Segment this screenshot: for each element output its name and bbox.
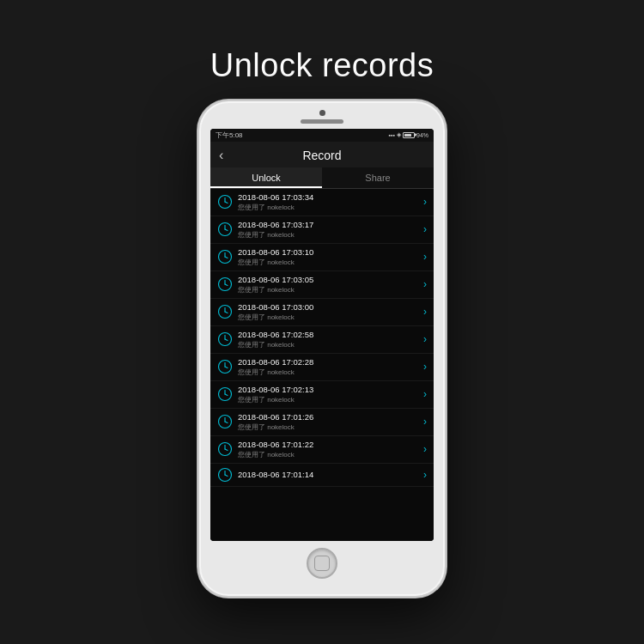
chevron-right-icon: › (423, 416, 427, 428)
clock-icon (217, 276, 233, 292)
status-icons: ▪▪▪ ◈ 94% (389, 131, 428, 138)
signal-icon: ▪▪▪ (389, 132, 395, 138)
svg-line-8 (225, 257, 228, 258)
tab-unlock[interactable]: Unlock (210, 167, 322, 188)
record-item-10[interactable]: 2018-08-06 17:01:14› (210, 464, 434, 487)
record-info: 2018-08-06 17:03:00您使用了 nokelock (238, 302, 420, 322)
clock-icon (217, 304, 233, 319)
record-time: 2018-08-06 17:02:13 (238, 385, 420, 394)
record-desc: 您使用了 nokelock (238, 285, 420, 295)
svg-line-32 (225, 475, 228, 477)
front-camera (319, 110, 325, 116)
svg-line-17 (225, 339, 228, 341)
record-item-3[interactable]: 2018-08-06 17:03:05您使用了 nokelock› (210, 271, 434, 299)
record-info: 2018-08-06 17:01:26您使用了 nokelock (238, 412, 420, 432)
record-item-7[interactable]: 2018-08-06 17:02:13您使用了 nokelock› (210, 381, 434, 409)
home-button[interactable] (307, 548, 337, 579)
record-info: 2018-08-06 17:03:34您使用了 nokelock (238, 192, 420, 212)
record-info: 2018-08-06 17:03:10您使用了 nokelock (238, 247, 420, 267)
record-desc: 您使用了 nokelock (238, 313, 420, 322)
svg-line-2 (225, 202, 228, 204)
record-item-1[interactable]: 2018-08-06 17:03:17您使用了 nokelock› (210, 216, 434, 244)
record-desc: 您使用了 nokelock (238, 203, 420, 212)
svg-line-29 (225, 449, 228, 451)
svg-line-23 (225, 394, 228, 396)
chevron-right-icon: › (423, 278, 427, 290)
record-desc: 您使用了 nokelock (238, 368, 420, 377)
wifi-icon: ◈ (397, 131, 401, 138)
chevron-right-icon: › (423, 469, 427, 481)
clock-icon (217, 222, 233, 237)
record-desc: 您使用了 nokelock (238, 422, 420, 432)
record-time: 2018-08-06 17:02:58 (238, 330, 420, 339)
record-time: 2018-08-06 17:01:14 (238, 470, 420, 479)
clock-icon (217, 331, 233, 347)
svg-line-26 (225, 422, 228, 423)
record-desc: 您使用了 nokelock (238, 230, 420, 240)
record-desc: 您使用了 nokelock (238, 258, 420, 267)
svg-line-14 (225, 312, 228, 313)
record-time: 2018-08-06 17:01:22 (238, 440, 420, 449)
record-item-5[interactable]: 2018-08-06 17:02:58您使用了 nokelock› (210, 326, 434, 354)
record-info: 2018-08-06 17:03:05您使用了 nokelock (238, 275, 420, 295)
clock-icon (217, 467, 233, 483)
record-info: 2018-08-06 17:01:14 (238, 470, 420, 479)
header-title: Record (302, 149, 341, 162)
tab-bar: Unlock Share (210, 167, 434, 189)
svg-line-5 (225, 229, 228, 231)
status-bar: 下午5:08 ▪▪▪ ◈ 94% (210, 129, 434, 142)
record-desc: 您使用了 nokelock (238, 340, 420, 349)
back-button[interactable]: ‹ (219, 148, 223, 163)
record-info: 2018-08-06 17:03:17您使用了 nokelock (238, 220, 420, 240)
record-list: 2018-08-06 17:03:34您使用了 nokelock›2018-08… (210, 189, 434, 541)
tab-share[interactable]: Share (322, 167, 434, 188)
svg-line-11 (225, 284, 228, 286)
record-item-2[interactable]: 2018-08-06 17:03:10您使用了 nokelock› (210, 244, 434, 271)
status-time: 下午5:08 (216, 131, 243, 140)
clock-icon (217, 414, 233, 429)
record-item-8[interactable]: 2018-08-06 17:01:26您使用了 nokelock› (210, 409, 434, 436)
app-header: ‹ Record (210, 142, 434, 167)
record-info: 2018-08-06 17:02:13您使用了 nokelock (238, 385, 420, 404)
page-title: Unlock records (210, 47, 434, 84)
phone-screen: 下午5:08 ▪▪▪ ◈ 94% ‹ Record Unlock Share 2… (210, 129, 434, 541)
chevron-right-icon: › (423, 443, 427, 455)
home-button-inner (314, 556, 330, 571)
record-desc: 您使用了 nokelock (238, 395, 420, 404)
chevron-right-icon: › (423, 196, 427, 208)
phone-bottom (199, 541, 445, 586)
record-info: 2018-08-06 17:02:58您使用了 nokelock (238, 330, 420, 349)
record-desc: 您使用了 nokelock (238, 450, 420, 459)
chevron-right-icon: › (423, 333, 427, 345)
clock-icon (217, 194, 233, 210)
battery-icon (403, 132, 415, 138)
phone-speaker (301, 119, 343, 124)
clock-icon (217, 386, 233, 402)
record-time: 2018-08-06 17:03:05 (238, 275, 420, 284)
phone-frame: 下午5:08 ▪▪▪ ◈ 94% ‹ Record Unlock Share 2… (197, 100, 447, 598)
record-time: 2018-08-06 17:03:10 (238, 247, 420, 257)
record-time: 2018-08-06 17:03:00 (238, 302, 420, 312)
record-time: 2018-08-06 17:02:28 (238, 357, 420, 367)
chevron-right-icon: › (423, 306, 427, 318)
clock-icon (217, 249, 233, 264)
record-item-0[interactable]: 2018-08-06 17:03:34您使用了 nokelock› (210, 189, 434, 216)
phone-top (199, 101, 445, 124)
record-time: 2018-08-06 17:01:26 (238, 412, 420, 422)
chevron-right-icon: › (423, 361, 427, 373)
record-info: 2018-08-06 17:01:22您使用了 nokelock (238, 440, 420, 459)
record-item-4[interactable]: 2018-08-06 17:03:00您使用了 nokelock› (210, 299, 434, 326)
battery-percent: 94% (416, 132, 428, 138)
chevron-right-icon: › (423, 251, 427, 263)
record-time: 2018-08-06 17:03:34 (238, 192, 420, 202)
record-item-9[interactable]: 2018-08-06 17:01:22您使用了 nokelock› (210, 436, 434, 464)
chevron-right-icon: › (423, 388, 427, 400)
svg-line-20 (225, 367, 228, 368)
record-item-6[interactable]: 2018-08-06 17:02:28您使用了 nokelock› (210, 354, 434, 381)
clock-icon (217, 359, 233, 374)
record-info: 2018-08-06 17:02:28您使用了 nokelock (238, 357, 420, 377)
clock-icon (217, 441, 233, 457)
chevron-right-icon: › (423, 223, 427, 235)
record-time: 2018-08-06 17:03:17 (238, 220, 420, 229)
